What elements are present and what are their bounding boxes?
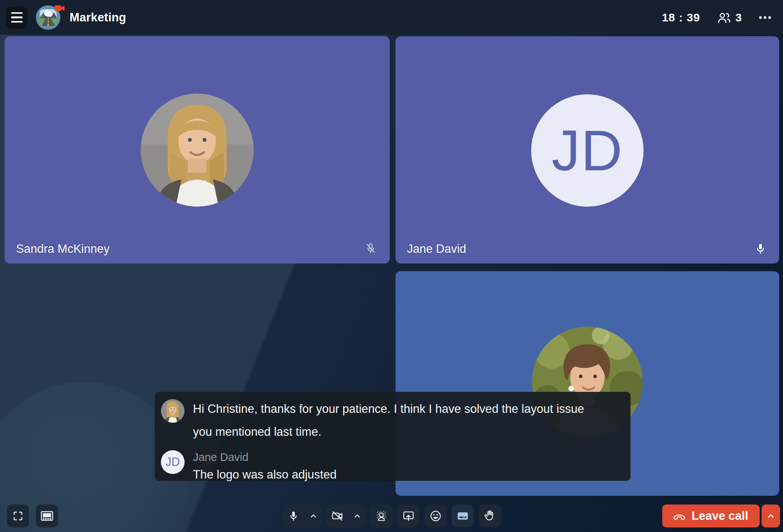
jane-initials-avatar: JD: [531, 94, 644, 207]
share-screen-icon: [402, 509, 415, 522]
phone-down-icon: [672, 509, 686, 523]
video-camera-badge-icon: [55, 5, 65, 12]
leave-call-options-button[interactable]: [762, 505, 780, 527]
mic-muted-icon: [364, 241, 378, 255]
jane-caption-initials: JD: [165, 455, 180, 469]
mic-icon: [287, 510, 300, 522]
meeting-avatar: [36, 5, 60, 30]
layout-view-button[interactable]: [36, 505, 58, 527]
chevron-up-icon: [309, 512, 318, 520]
camera-toggle-button[interactable]: [326, 505, 349, 527]
caption-row: JD Jane David The logo was also adjusted: [161, 449, 623, 485]
caption-avatar-jane: JD: [161, 450, 185, 474]
participant-name: Jane David: [407, 242, 466, 256]
leave-call-button[interactable]: Leave call: [662, 505, 760, 527]
reactions-button[interactable]: [425, 505, 447, 527]
camera-off-icon: [331, 509, 344, 522]
caption-speaker-name: Jane David: [193, 450, 337, 465]
participants-button[interactable]: 3: [717, 11, 742, 24]
caption-text: Hi Christine, thanks for your patience. …: [193, 398, 606, 443]
video-tile-sandra[interactable]: Sandra McKinney: [5, 36, 390, 264]
mic-on-icon: [754, 242, 767, 255]
leave-call-label: Leave call: [692, 509, 748, 523]
meeting-window: Marketing 18 : 39 3: [0, 0, 783, 532]
menu-button[interactable]: [6, 6, 28, 29]
chevron-up-icon: [353, 512, 362, 520]
caption-row: Hi Christine, thanks for your patience. …: [161, 398, 623, 443]
mic-toggle-button[interactable]: [282, 505, 305, 527]
participant-name: Sandra McKinney: [16, 242, 110, 256]
header-bar: Marketing 18 : 39 3: [0, 0, 783, 35]
ellipsis-icon: [759, 16, 772, 19]
share-screen-button[interactable]: [397, 505, 420, 527]
meeting-title: Marketing: [70, 11, 126, 24]
captions-button[interactable]: [452, 505, 474, 527]
raise-hand-button[interactable]: [479, 505, 501, 527]
raise-hand-icon: [483, 509, 496, 522]
participant-count: 3: [735, 11, 742, 24]
fullscreen-button[interactable]: [7, 505, 29, 527]
meeting-timer: 18 : 39: [662, 11, 700, 24]
captions-icon: [456, 509, 469, 522]
jane-initials: JD: [551, 118, 623, 184]
background-effects-button[interactable]: [370, 505, 392, 527]
sandra-avatar: [141, 94, 254, 207]
caption-text: The logo was also adjusted: [193, 465, 337, 485]
call-controls-toolbar: Leave call: [0, 505, 783, 527]
mic-options-button[interactable]: [305, 505, 321, 527]
live-captions-panel: Hi Christine, thanks for your patience. …: [155, 392, 631, 481]
emoji-icon: [429, 509, 442, 522]
chevron-up-icon: [766, 511, 775, 521]
people-icon: [717, 11, 731, 24]
video-tile-jane[interactable]: JD Jane David: [396, 36, 779, 264]
more-options-button[interactable]: [759, 16, 772, 19]
effects-icon: [375, 509, 388, 522]
camera-options-button[interactable]: [349, 505, 365, 527]
caption-avatar-sandra: [161, 399, 185, 423]
